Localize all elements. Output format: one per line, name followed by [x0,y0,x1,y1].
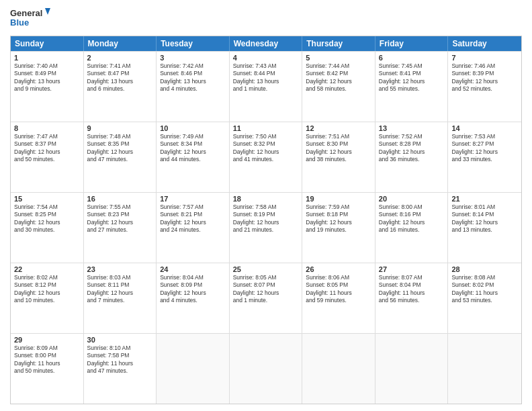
day-number: 19 [306,195,371,203]
day-cell-13: 13Sunrise: 7:52 AM Sunset: 8:28 PM Dayli… [375,122,449,192]
day-info: Sunrise: 8:03 AM Sunset: 8:11 PM Dayligh… [87,274,153,305]
day-cell-8: 8Sunrise: 7:47 AM Sunset: 8:37 PM Daylig… [11,122,84,192]
day-info: Sunrise: 8:02 AM Sunset: 8:12 PM Dayligh… [14,274,80,305]
day-cell-14: 14Sunrise: 7:53 AM Sunset: 8:27 PM Dayli… [448,122,521,192]
day-number: 17 [160,195,226,203]
day-info: Sunrise: 7:55 AM Sunset: 8:23 PM Dayligh… [87,203,153,234]
day-cell-26: 26Sunrise: 8:06 AM Sunset: 8:05 PM Dayli… [302,263,375,333]
svg-text:General: General [10,8,42,18]
day-info: Sunrise: 8:10 AM Sunset: 7:58 PM Dayligh… [87,345,153,375]
day-info: Sunrise: 7:40 AM Sunset: 8:49 PM Dayligh… [14,62,80,93]
day-info: Sunrise: 7:46 AM Sunset: 8:39 PM Dayligh… [451,62,518,93]
logo: General Blue [10,7,50,30]
day-info: Sunrise: 7:51 AM Sunset: 8:30 PM Dayligh… [306,133,371,164]
day-number: 26 [306,265,371,273]
day-number: 6 [379,54,445,62]
day-number: 30 [87,336,153,344]
day-cell-28: 28Sunrise: 8:08 AM Sunset: 8:02 PM Dayli… [448,263,521,333]
day-number: 16 [87,195,153,203]
day-number: 20 [379,195,445,203]
calendar: SundayMondayTuesdayWednesdayThursdayFrid… [10,36,522,404]
day-cell-10: 10Sunrise: 7:49 AM Sunset: 8:34 PM Dayli… [157,122,230,192]
day-info: Sunrise: 8:07 AM Sunset: 8:04 PM Dayligh… [379,274,445,305]
day-info: Sunrise: 7:42 AM Sunset: 8:46 PM Dayligh… [160,62,226,93]
day-number: 9 [87,124,153,132]
day-cell-24: 24Sunrise: 8:04 AM Sunset: 8:09 PM Dayli… [157,263,230,333]
day-number: 3 [160,54,226,62]
day-info: Sunrise: 7:44 AM Sunset: 8:42 PM Dayligh… [306,62,371,93]
day-cell-17: 17Sunrise: 7:57 AM Sunset: 8:21 PM Dayli… [157,193,230,263]
day-number: 24 [160,265,226,273]
day-info: Sunrise: 8:05 AM Sunset: 8:07 PM Dayligh… [233,274,299,305]
week-row-5: 29Sunrise: 8:09 AM Sunset: 8:00 PM Dayli… [11,333,521,404]
day-number: 22 [14,265,80,273]
day-cell-27: 27Sunrise: 8:07 AM Sunset: 8:04 PM Dayli… [375,263,449,333]
day-cell-30: 30Sunrise: 8:10 AM Sunset: 7:58 PM Dayli… [84,334,157,404]
calendar-body: 1Sunrise: 7:40 AM Sunset: 8:49 PM Daylig… [11,51,521,404]
week-row-1: 1Sunrise: 7:40 AM Sunset: 8:49 PM Daylig… [11,51,521,122]
week-row-3: 15Sunrise: 7:54 AM Sunset: 8:25 PM Dayli… [11,192,521,263]
day-cell-20: 20Sunrise: 8:00 AM Sunset: 8:16 PM Dayli… [375,193,449,263]
day-info: Sunrise: 7:45 AM Sunset: 8:41 PM Dayligh… [379,62,445,93]
header-day-sunday: Sunday [11,36,84,51]
empty-cell [448,334,521,404]
empty-cell [375,334,449,404]
logo-icon: General Blue [10,7,50,30]
header-day-tuesday: Tuesday [157,36,230,51]
day-number: 10 [160,124,226,132]
day-cell-9: 9Sunrise: 7:48 AM Sunset: 8:35 PM Daylig… [84,122,157,192]
day-cell-4: 4Sunrise: 7:43 AM Sunset: 8:44 PM Daylig… [230,52,303,122]
day-number: 13 [379,124,445,132]
day-number: 25 [233,265,299,273]
day-cell-15: 15Sunrise: 7:54 AM Sunset: 8:25 PM Dayli… [11,193,84,263]
day-cell-6: 6Sunrise: 7:45 AM Sunset: 8:41 PM Daylig… [375,52,449,122]
header-day-monday: Monday [84,36,157,51]
day-info: Sunrise: 7:41 AM Sunset: 8:47 PM Dayligh… [87,62,153,93]
empty-cell [157,334,230,404]
day-number: 11 [233,124,299,132]
day-number: 28 [451,265,518,273]
day-number: 23 [87,265,153,273]
day-number: 29 [14,336,80,344]
header-day-saturday: Saturday [448,36,521,51]
day-number: 18 [233,195,299,203]
day-info: Sunrise: 7:54 AM Sunset: 8:25 PM Dayligh… [14,203,80,234]
header: General Blue [10,7,522,30]
day-cell-18: 18Sunrise: 7:58 AM Sunset: 8:19 PM Dayli… [230,193,303,263]
day-cell-22: 22Sunrise: 8:02 AM Sunset: 8:12 PM Dayli… [11,263,84,333]
day-cell-25: 25Sunrise: 8:05 AM Sunset: 8:07 PM Dayli… [230,263,303,333]
day-cell-29: 29Sunrise: 8:09 AM Sunset: 8:00 PM Dayli… [11,334,84,404]
day-info: Sunrise: 8:04 AM Sunset: 8:09 PM Dayligh… [160,274,226,305]
day-cell-3: 3Sunrise: 7:42 AM Sunset: 8:46 PM Daylig… [157,52,230,122]
day-cell-1: 1Sunrise: 7:40 AM Sunset: 8:49 PM Daylig… [11,52,84,122]
day-number: 2 [87,54,153,62]
day-number: 27 [379,265,445,273]
empty-cell [230,334,303,404]
header-day-wednesday: Wednesday [230,36,303,51]
day-info: Sunrise: 7:57 AM Sunset: 8:21 PM Dayligh… [160,203,226,234]
empty-cell [302,334,375,404]
day-info: Sunrise: 8:00 AM Sunset: 8:16 PM Dayligh… [379,203,445,234]
day-info: Sunrise: 7:49 AM Sunset: 8:34 PM Dayligh… [160,133,226,164]
day-info: Sunrise: 8:06 AM Sunset: 8:05 PM Dayligh… [306,274,371,305]
day-cell-21: 21Sunrise: 8:01 AM Sunset: 8:14 PM Dayli… [448,193,521,263]
header-day-friday: Friday [375,36,449,51]
day-info: Sunrise: 7:43 AM Sunset: 8:44 PM Dayligh… [233,62,299,93]
day-number: 7 [451,54,518,62]
day-cell-7: 7Sunrise: 7:46 AM Sunset: 8:39 PM Daylig… [448,52,521,122]
day-number: 8 [14,124,80,132]
day-info: Sunrise: 8:09 AM Sunset: 8:00 PM Dayligh… [14,345,80,375]
day-cell-16: 16Sunrise: 7:55 AM Sunset: 8:23 PM Dayli… [84,193,157,263]
page: General Blue SundayMondayTuesdayWednesda… [0,0,532,411]
day-info: Sunrise: 7:50 AM Sunset: 8:32 PM Dayligh… [233,133,299,164]
day-info: Sunrise: 7:52 AM Sunset: 8:28 PM Dayligh… [379,133,445,164]
day-info: Sunrise: 8:08 AM Sunset: 8:02 PM Dayligh… [451,274,518,305]
day-cell-12: 12Sunrise: 7:51 AM Sunset: 8:30 PM Dayli… [302,122,375,192]
day-number: 21 [451,195,518,203]
day-number: 5 [306,54,371,62]
week-row-4: 22Sunrise: 8:02 AM Sunset: 8:12 PM Dayli… [11,263,521,333]
svg-marker-2 [45,8,50,15]
week-row-2: 8Sunrise: 7:47 AM Sunset: 8:37 PM Daylig… [11,122,521,192]
day-cell-23: 23Sunrise: 8:03 AM Sunset: 8:11 PM Dayli… [84,263,157,333]
day-number: 15 [14,195,80,203]
